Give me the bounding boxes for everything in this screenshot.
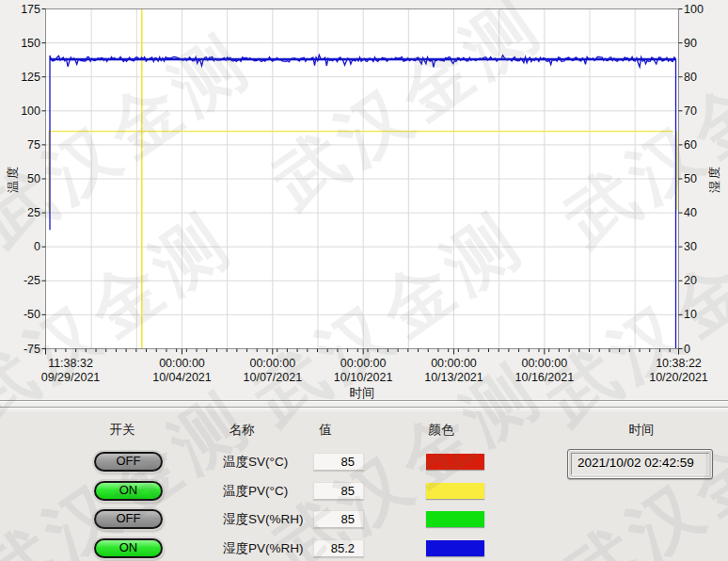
color-swatch-hum-pv [426,540,484,556]
right-axis-tick-label: 10 [684,307,725,322]
left-axis-tick-label: 50 [1,171,40,186]
value-display-temp-sv: 85 [313,453,364,471]
left-axis-tick-label: -50 [1,307,40,322]
header-color: 颜色 [429,422,454,439]
header-value: 值 [319,422,332,439]
toggle-button-hum-pv[interactable]: ON [94,538,163,558]
color-swatch-temp-pv [426,483,484,499]
color-swatch-hum-sv [426,511,484,527]
left-axis-tick-label: 175 [1,2,40,17]
right-axis-tick-label: 100 [684,2,725,17]
right-axis-tick-label: 80 [684,70,725,85]
left-axis-tick-label: 25 [1,205,40,220]
color-swatch-temp-sv [426,454,484,470]
left-axis-tick-label: 150 [1,36,40,51]
channel-name-temp-sv: 温度SV(°C) [223,452,288,472]
x-axis-tick-label: 00:00:0010/16/2021 [479,357,610,385]
right-axis-tick-label: 50 [684,171,725,186]
channel-name-hum-pv: 湿度PV(%RH) [223,538,304,558]
cursor-time-display[interactable]: 2021/10/02 02:42:59 [567,449,713,479]
channel-name-hum-sv: 湿度SV(%RH) [223,509,304,529]
header-switch: 开关 [110,422,135,439]
toggle-button-hum-sv[interactable]: OFF [94,509,163,529]
left-axis-tick-label: -75 [1,342,40,357]
left-axis-tick-label: 125 [1,70,40,85]
header-time: 时间 [629,422,655,439]
toggle-button-temp-pv[interactable]: ON [94,481,163,501]
left-axis-tick-label: 0 [1,239,40,254]
right-axis-tick-label: 90 [684,36,725,51]
value-display-hum-sv: 85 [313,510,364,528]
trend-plot[interactable] [0,0,728,400]
right-axis-tick-label: 60 [684,137,725,152]
app-window: 温度 湿度 时间 1751501251007550250-25-50-75100… [0,0,728,561]
right-axis-tick-label: 40 [684,205,725,220]
left-axis-tick-label: 100 [1,104,40,119]
header-name: 名称 [229,422,255,439]
right-axis-tick-label: 30 [684,239,725,254]
channel-name-temp-pv: 温度PV(°C) [223,481,288,501]
control-panel: 开关 名称 值 颜色 时间 OFF温度SV(°C)85ON温度PV(°C)85O… [0,411,728,561]
value-display-temp-pv: 85 [313,482,364,500]
trend-chart-area: 温度 湿度 时间 1751501251007550250-25-50-75100… [0,0,728,400]
toggle-button-temp-sv[interactable]: OFF [94,452,163,472]
right-axis-tick-label: 0 [684,342,725,357]
left-axis-tick-label: -25 [1,273,40,288]
right-axis-tick-label: 70 [684,104,725,119]
right-axis-tick-label: 20 [684,273,725,288]
cursor-time-value: 2021/10/02 02:42:59 [571,453,709,475]
value-display-hum-pv: 85.2 [313,539,364,557]
x-axis-tick-label: 10:38:2210/20/2021 [613,357,728,385]
left-axis-tick-label: 75 [1,137,40,152]
